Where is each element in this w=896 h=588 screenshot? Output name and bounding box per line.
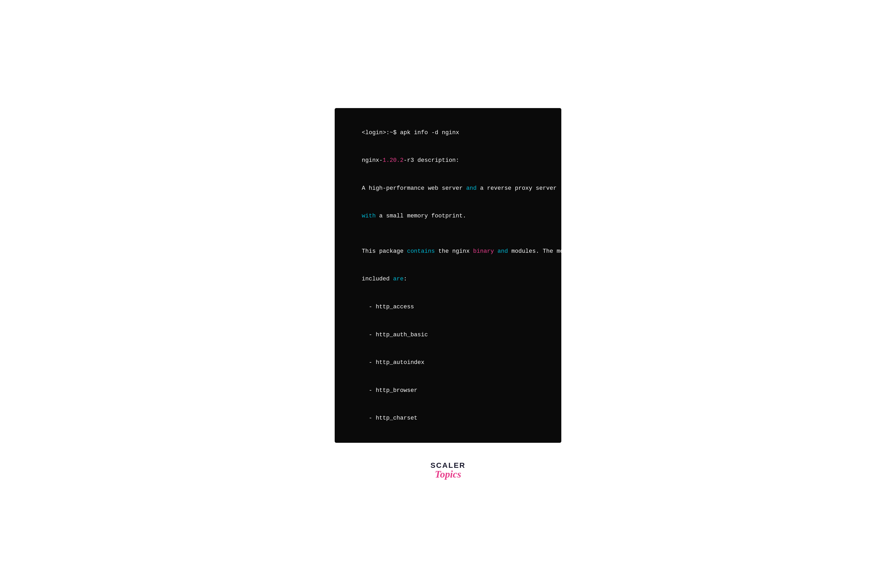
module-dash-4: - — [362, 387, 376, 394]
prompt-text: <login>:~$ apk info -d nginx — [362, 129, 459, 136]
module-dash-2: - — [362, 332, 376, 338]
package-and-cyan: and — [498, 248, 508, 254]
module-http-browser: - http_browser — [348, 376, 548, 404]
module-name-5: http_charset — [376, 415, 418, 422]
module-dash-5: - — [362, 415, 376, 422]
module-dash-1: - — [362, 304, 376, 310]
prompt-line: <login>:~$ apk info -d nginx — [348, 119, 548, 146]
desc-line1: A high-performance web server and a reve… — [348, 174, 548, 203]
description-header-line: nginx-1.20.2-r3 description: — [348, 146, 548, 174]
colon-text: : — [404, 276, 407, 282]
module-name-4: http_browser — [376, 387, 418, 394]
are-text: are — [393, 276, 404, 282]
terminal-window: <login>:~$ apk info -d nginx nginx-1.20.… — [335, 108, 561, 443]
desc-line2: with a small memory footprint. — [348, 202, 548, 230]
module-name-1: http_access — [376, 304, 414, 310]
module-http-charset: - http_charset — [348, 404, 548, 432]
package-binary: binary — [473, 248, 494, 254]
desc-line1-part2: a reverse proxy server — [477, 185, 557, 192]
included-text: included — [362, 276, 393, 282]
desc-line1-part1: A high-performance web server — [362, 185, 466, 192]
desc-line2-rest: a small memory footprint. — [376, 213, 466, 219]
package-and-white — [494, 248, 498, 254]
module-http-auth-basic: - http_auth_basic — [348, 321, 548, 349]
nginx-suffix: -r3 description: — [404, 157, 459, 164]
package-contains: contains — [407, 248, 435, 254]
package-line1: This package contains the nginx binary a… — [348, 238, 548, 265]
brand-topics-text: Topics — [435, 468, 461, 480]
module-dash-3: - — [362, 359, 376, 366]
desc-line1-and: and — [466, 185, 477, 192]
nginx-version: 1.20.2 — [382, 157, 404, 164]
module-name-3: http_autoindex — [376, 359, 425, 366]
brand-section: SCALER Topics — [430, 461, 465, 480]
nginx-prefix: nginx- — [362, 157, 382, 164]
module-http-autoindex: - http_autoindex — [348, 349, 548, 376]
module-name-2: http_auth_basic — [376, 332, 428, 338]
desc-line2-with: with — [362, 213, 376, 219]
spacer1 — [348, 230, 548, 238]
package-this: This package — [362, 248, 407, 254]
package-modules-text: modules. The modules — [508, 248, 581, 254]
package-line2: included are: — [348, 265, 548, 293]
module-http-access: - http_access — [348, 293, 548, 321]
package-the-nginx: the nginx — [435, 248, 473, 254]
